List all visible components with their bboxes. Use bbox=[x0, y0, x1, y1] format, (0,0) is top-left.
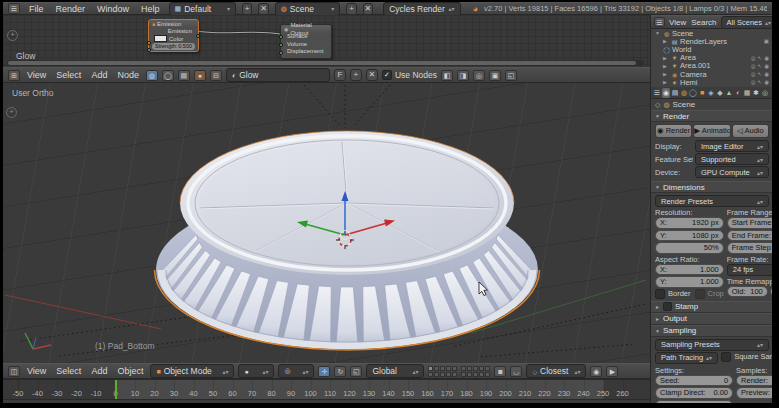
emission-node[interactable]: ■ Emission Emission Color Strength: 0.50… bbox=[148, 19, 199, 52]
remap-old-field[interactable]: Old:100 bbox=[727, 286, 768, 298]
editor-type-icon[interactable]: ☰ bbox=[8, 3, 20, 14]
copy-node-icon[interactable]: ▣ bbox=[489, 70, 501, 81]
outliner-editor-type-icon[interactable]: ☰ bbox=[654, 17, 665, 27]
pivot-point-selector[interactable]: ◎▴▾ bbox=[278, 364, 314, 378]
hide-toggle-icon[interactable]: ◎ bbox=[751, 79, 756, 85]
remap-new-field[interactable]: New:100 bbox=[770, 286, 772, 298]
outliner-menu-view[interactable]: View bbox=[668, 18, 687, 27]
node-tree-icon[interactable]: ⊟ bbox=[210, 70, 222, 81]
vp-menu-add[interactable]: Add bbox=[88, 366, 110, 376]
tab-world-icon[interactable]: ◯ bbox=[689, 88, 697, 98]
surface-input-socket[interactable] bbox=[279, 35, 283, 39]
tab-material-icon[interactable]: ◐ bbox=[734, 88, 742, 98]
snap-node-icon[interactable]: ◨ bbox=[457, 70, 469, 81]
hide-toggle-icon[interactable]: ◎ bbox=[751, 55, 756, 61]
use-nodes-checkbox[interactable]: ✓ Use Nodes bbox=[382, 70, 437, 80]
sampling-presets-selector[interactable]: Sampling Presets▴▾ bbox=[655, 339, 769, 351]
vp-menu-object[interactable]: Object bbox=[114, 366, 146, 376]
menu-render[interactable]: Render bbox=[53, 4, 89, 14]
expander-icon[interactable]: ▶ bbox=[663, 71, 669, 77]
vp-menu-select[interactable]: Select bbox=[53, 366, 84, 376]
expander-icon[interactable]: ▶ bbox=[663, 63, 669, 69]
outliner-row-renderlayers[interactable]: ▶ ▤ RenderLayers ▣ bbox=[651, 37, 772, 45]
snap-magnet-icon[interactable]: ◡ bbox=[510, 366, 522, 377]
frame-step-field[interactable]: Frame Step:1 bbox=[727, 242, 772, 254]
delete-scene-button[interactable]: ✕ bbox=[363, 3, 373, 15]
expander-icon[interactable]: ▶ bbox=[663, 79, 669, 85]
tab-render-icon[interactable]: ◉ bbox=[662, 88, 670, 98]
pad-bottom-object[interactable] bbox=[155, 131, 540, 350]
square-samples-checkbox[interactable]: Square Samples bbox=[721, 352, 772, 362]
viewport-3d[interactable]: User Ortho (1) Pad_Bottom + bbox=[3, 83, 650, 363]
node-menu-view[interactable]: View bbox=[24, 70, 49, 80]
scene-selector[interactable]: ◍ Scene▾ bbox=[275, 2, 341, 16]
menu-help[interactable]: Help bbox=[138, 4, 163, 14]
material-name-field[interactable]: ◐ Glow bbox=[226, 68, 330, 82]
resolution-y-field[interactable]: Y:1080 px bbox=[655, 230, 724, 242]
panel-header-output[interactable]: ► Output bbox=[651, 313, 772, 325]
panel-header-sampling[interactable]: ▼ Sampling bbox=[651, 325, 772, 337]
node-menu-add[interactable]: Add bbox=[88, 70, 110, 80]
timeline-ruler[interactable]: -50-40-30-20-100102030405060708090100110… bbox=[3, 380, 650, 399]
outliner-display-selector[interactable]: All Scenes▴▾ bbox=[721, 16, 772, 29]
node-menu-node[interactable]: Node bbox=[114, 70, 142, 80]
select-toggle-icon[interactable]: ↖ bbox=[758, 71, 763, 77]
outliner-tree[interactable]: ▼ ◍ Scene ▶ ▤ RenderLayers ▣ ◯ World ▶ ☀… bbox=[651, 29, 772, 88]
linestyle-shader-type-icon[interactable]: ▤ bbox=[178, 70, 190, 81]
outliner-row-camera[interactable]: ▶ ◉ Camera ◎ ↖ ◉ bbox=[651, 70, 772, 78]
transform-orientation-selector[interactable]: Global▴▾ bbox=[366, 364, 424, 378]
strength-input-socket[interactable] bbox=[147, 48, 151, 52]
manipulator-scale-icon[interactable]: ◱ bbox=[350, 366, 362, 377]
volume-input-socket[interactable] bbox=[279, 43, 283, 47]
region-expand-plus-icon[interactable]: + bbox=[7, 30, 18, 41]
tab-particles-icon[interactable]: ✱ bbox=[752, 88, 760, 98]
tab-data-icon[interactable]: ▲ bbox=[725, 88, 733, 98]
menu-file[interactable]: File bbox=[26, 4, 47, 14]
viewport-shading-selector[interactable]: ●▴▾ bbox=[238, 364, 274, 378]
select-toggle-icon[interactable]: ↖ bbox=[758, 55, 763, 61]
display-selector[interactable]: Image Editor▴▾ bbox=[695, 140, 769, 152]
tab-editor-type-icon[interactable]: ☰ bbox=[653, 88, 661, 98]
add-scene-button[interactable]: + bbox=[346, 3, 356, 15]
parent-node-tree-icon[interactable]: ◧ bbox=[441, 70, 453, 81]
render-toggle-icon[interactable]: ◉ bbox=[764, 55, 769, 61]
color-swatch[interactable] bbox=[154, 35, 167, 42]
tab-constraints-icon[interactable]: ◈ bbox=[707, 88, 715, 98]
outliner-row-hemi[interactable]: ▶ ☀ Hemi ◎ ↖ ◉ bbox=[651, 78, 772, 86]
object-shader-type-icon[interactable]: ◍ bbox=[146, 70, 158, 81]
world-shader-type-icon[interactable]: ◯ bbox=[162, 70, 174, 81]
render-engine-selector[interactable]: Cycles Render▴▾ bbox=[383, 2, 460, 16]
lock-to-scene-icon[interactable]: ◙ bbox=[494, 366, 506, 377]
mode-selector[interactable]: ■ Object Mode▴▾ bbox=[150, 364, 234, 378]
pin-icon[interactable]: ◎ bbox=[473, 70, 485, 81]
render-toggle-icon[interactable]: ▣ bbox=[764, 38, 769, 44]
animation-button[interactable]: ▶ Animation bbox=[693, 124, 730, 138]
aspect-x-field[interactable]: X:1.000 bbox=[655, 264, 724, 276]
render-border-icon[interactable]: ◱ bbox=[505, 70, 517, 81]
fps-selector[interactable]: 24 fps▴▾ bbox=[727, 264, 772, 276]
render-toggle-icon[interactable]: ◉ bbox=[764, 63, 769, 69]
panel-header-render[interactable]: ▼ Render bbox=[651, 110, 772, 122]
tab-texture-icon[interactable]: ▦ bbox=[743, 88, 751, 98]
render-toggle-icon[interactable]: ◉ bbox=[764, 79, 769, 85]
manipulator-translate-icon[interactable]: ✛ bbox=[318, 366, 330, 377]
render-presets-selector[interactable]: Render Presets▴▾ bbox=[655, 195, 769, 207]
aspect-y-field[interactable]: Y:1.000 bbox=[655, 276, 724, 288]
snap-element-selector[interactable]: ◇ Closest▴▾ bbox=[526, 364, 586, 378]
panel-header-stamp[interactable]: ► Stamp bbox=[651, 301, 772, 313]
layers-group-1[interactable] bbox=[428, 366, 457, 377]
feature-set-selector[interactable]: Supported▴▾ bbox=[695, 153, 769, 165]
expander-icon[interactable]: ▶ bbox=[663, 38, 669, 44]
device-selector[interactable]: GPU Compute▴▾ bbox=[695, 166, 769, 178]
resolution-percentage-slider[interactable]: 50% bbox=[655, 242, 724, 254]
scrollbar-thumb[interactable] bbox=[8, 61, 636, 65]
tab-physics-icon[interactable]: ◎ bbox=[761, 88, 769, 98]
pin-icon[interactable]: ◇ bbox=[655, 101, 660, 109]
select-toggle-icon[interactable]: ↖ bbox=[758, 63, 763, 69]
tab-scene-icon[interactable]: ◍ bbox=[680, 88, 688, 98]
viewport-editor-type-icon[interactable]: ◫ bbox=[8, 366, 20, 377]
integrator-selector[interactable]: Path Tracing▴▾ bbox=[655, 352, 718, 364]
clamp-direct-field[interactable]: Clamp Direct:0.00 bbox=[655, 387, 733, 399]
end-frame-field[interactable]: End Frame:250 bbox=[727, 230, 772, 242]
stamp-checkbox[interactable] bbox=[663, 302, 672, 311]
